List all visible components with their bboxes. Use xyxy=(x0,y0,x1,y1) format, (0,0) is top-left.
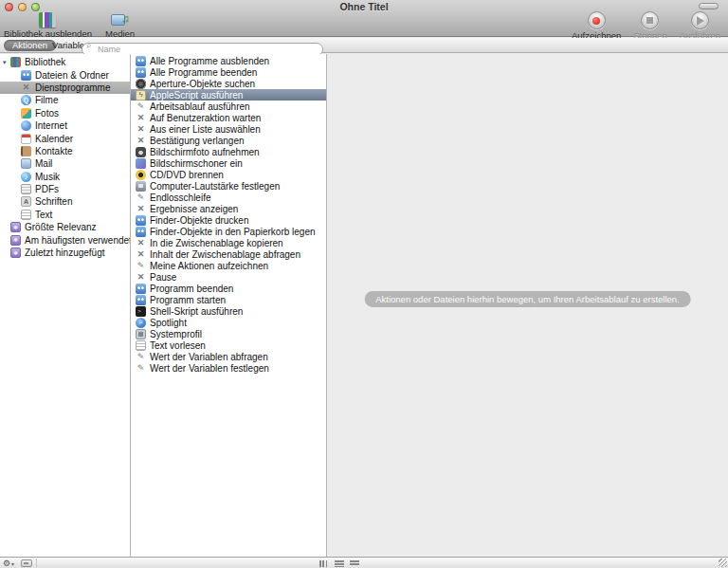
action-list-item[interactable]: Ergebnisse anzeigen xyxy=(131,203,326,214)
applescript-icon xyxy=(136,90,146,101)
view-compact-icon[interactable] xyxy=(350,560,359,567)
library-icon xyxy=(10,57,21,67)
sidebar-item[interactable]: ▾ Am häufigsten verwendet xyxy=(0,233,130,246)
workflow-icon xyxy=(136,261,146,271)
sidebar-item[interactable]: ▾ Musik xyxy=(0,171,130,183)
action-list-item[interactable]: Alle Programme ausblenden xyxy=(131,55,326,66)
action-list-item[interactable]: Finder-Objekte drucken xyxy=(131,214,326,226)
action-item-label: Finder-Objekte drucken xyxy=(150,215,249,226)
resize-grip[interactable] xyxy=(719,559,727,567)
sidebar-item[interactable]: ▾ Text xyxy=(0,209,130,221)
action-item-label: Pause xyxy=(150,272,176,283)
action-list-item[interactable]: Finder-Objekte in den Papierkorb legen xyxy=(131,226,326,237)
action-list-item[interactable]: Computer-Lautstärke festlegen xyxy=(131,180,326,192)
action-item-label: Alle Programme ausblenden xyxy=(150,56,269,66)
sidebar-item-label: Dateien & Ordner xyxy=(35,70,109,81)
action-item-label: Endlosschleife xyxy=(150,192,210,203)
action-list-item[interactable]: AppleScript ausführen xyxy=(131,89,326,101)
calendar-icon xyxy=(21,134,31,144)
action-menu-button[interactable]: ⚙ ▾ xyxy=(3,558,14,568)
sidebar-item[interactable]: ▾ Schriften xyxy=(0,195,130,208)
action-list-item[interactable]: Bildschirmschoner ein xyxy=(131,157,326,169)
music-icon xyxy=(21,172,31,182)
tab-aktionen[interactable]: Aktionen xyxy=(4,40,56,51)
status-divider xyxy=(36,559,37,567)
action-item-label: Inhalt der Zwischenablage abfragen xyxy=(150,249,300,260)
action-list-item[interactable]: Spotlight xyxy=(131,317,326,328)
action-item-label: Shell-Skript ausführen xyxy=(150,306,243,317)
action-list-item[interactable]: Auf Benutzeraktion warten xyxy=(131,112,326,123)
action-list-item[interactable]: Aperture-Objekte suchen xyxy=(131,78,326,89)
utilities-icon xyxy=(136,272,146,283)
sidebar-item[interactable]: ▾ Filme xyxy=(0,94,130,106)
sidebar-item[interactable]: ▾ Bibliothek xyxy=(0,56,130,68)
action-list-item[interactable]: Bestätigung verlangen xyxy=(131,135,326,146)
sidebar-item[interactable]: ▾ Kontakte xyxy=(0,145,130,157)
action-list-item[interactable]: Systemprofil xyxy=(131,328,326,339)
action-list-item[interactable]: Wert der Variablen festlegen xyxy=(131,362,326,374)
utilities-icon xyxy=(136,124,146,135)
fonts-icon xyxy=(21,196,31,207)
action-list-item[interactable]: Text vorlesen xyxy=(131,339,326,351)
internet-icon xyxy=(21,120,31,131)
toolbar-toggle-button[interactable] xyxy=(699,3,719,9)
sidebar-item[interactable]: ▾ Internet xyxy=(0,119,130,132)
finder-icon xyxy=(136,215,146,226)
action-item-label: Text vorlesen xyxy=(150,340,206,351)
sidebar-item[interactable]: ▾ Dateien & Ordner xyxy=(0,68,130,81)
action-list-item[interactable]: Pause xyxy=(131,271,326,283)
action-item-label: In die Zwischenablage kopieren xyxy=(150,238,283,248)
sidebar-item[interactable]: ▾ Größte Relevanz xyxy=(0,221,130,233)
sidebar-item[interactable]: ▾ Mail xyxy=(0,157,130,170)
action-list-item[interactable]: Shell-Skript ausführen xyxy=(131,305,326,317)
action-item-label: AppleScript ausführen xyxy=(150,90,243,101)
media-button[interactable]: Medien xyxy=(105,12,135,39)
spotlight-icon xyxy=(136,318,146,328)
disclosure-triangle-icon[interactable]: ▾ xyxy=(3,59,10,66)
action-item-label: CD/DVD brennen xyxy=(150,170,224,180)
action-list-item[interactable]: Aus einer Liste auswählen xyxy=(131,123,326,135)
mail-icon xyxy=(21,158,31,169)
record-button[interactable]: Aufzeichnen xyxy=(572,11,621,41)
action-item-label: Finder-Objekte in den Papierkorb legen xyxy=(150,227,316,237)
stop-button[interactable]: Stoppen xyxy=(633,11,666,41)
sidebar-item-label: Am häufigsten verwendet xyxy=(25,235,131,246)
terminal-icon xyxy=(136,306,146,317)
action-list-item[interactable]: Programm starten xyxy=(131,294,326,305)
sidebar-item[interactable]: ▾ Zuletzt hinzugefügt xyxy=(0,247,130,259)
run-button[interactable]: Ausführen xyxy=(680,11,720,41)
finder-icon xyxy=(136,67,146,78)
content-area: ▾ Bibliothek ▾ Dateien & Ordner ▾ Dienst… xyxy=(0,54,728,557)
action-list-item[interactable]: In die Zwischenablage kopieren xyxy=(131,237,326,248)
sidebar-item[interactable]: ▾ Dienstprogramme xyxy=(0,82,130,94)
workflow-canvas[interactable]: Aktionen oder Dateien hierhin bewegen, u… xyxy=(327,54,728,557)
action-list-item[interactable]: Endlosschleife xyxy=(131,192,326,203)
view-list-icon[interactable] xyxy=(335,560,344,567)
finder-icon xyxy=(21,70,31,81)
view-columns-icon[interactable] xyxy=(319,560,327,567)
action-list-item[interactable]: Wert der Variablen abfragen xyxy=(131,351,326,362)
hide-library-button[interactable]: Bibliothek ausblenden xyxy=(4,12,92,39)
action-item-label: Programm beenden xyxy=(150,284,233,294)
action-list-item[interactable]: Inhalt der Zwischenablage abfragen xyxy=(131,248,326,260)
screensaver-icon xyxy=(136,158,146,169)
action-list-item[interactable]: CD/DVD brennen xyxy=(131,169,326,180)
action-list-item[interactable]: Programm beenden xyxy=(131,283,326,294)
workflow-icon xyxy=(136,352,146,362)
sidebar-item[interactable]: ▾ Kalender xyxy=(0,132,130,144)
action-list-item[interactable]: Arbeitsablauf ausführen xyxy=(131,101,326,112)
chevron-down-icon: ▾ xyxy=(11,560,14,567)
sidebar-item[interactable]: ▾ PDFs xyxy=(0,183,130,195)
action-list-item[interactable]: Meine Aktionen aufzeichnen xyxy=(131,260,326,271)
sidebar-item[interactable]: ▾ Fotos xyxy=(0,107,130,119)
sidebar-item-label: Zuletzt hinzugefügt xyxy=(25,247,105,258)
action-item-label: Spotlight xyxy=(150,318,187,328)
workflow-icon xyxy=(136,101,146,112)
media-panel-button[interactable] xyxy=(21,559,32,567)
action-list-item[interactable]: Alle Programme beenden xyxy=(131,66,326,78)
action-list-item[interactable]: Bildschirmfoto aufnehmen xyxy=(131,146,326,157)
action-item-label: Wert der Variablen festlegen xyxy=(150,363,269,374)
sidebar-item-label: Fotos xyxy=(35,108,59,119)
action-item-label: Bestätigung verlangen xyxy=(150,136,245,146)
action-item-label: Aus einer Liste auswählen xyxy=(150,124,261,135)
